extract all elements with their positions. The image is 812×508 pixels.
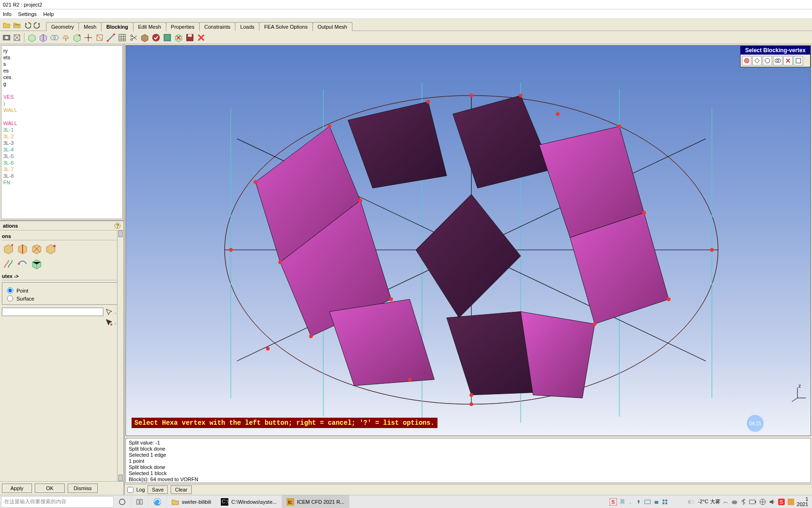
ime-tools-icon[interactable]: [662, 499, 668, 505]
open2-icon[interactable]: [12, 20, 22, 30]
selection-floater[interactable]: Select Blocking-vertex: [740, 46, 811, 67]
reset-assoc-icon[interactable]: [16, 257, 29, 270]
move-vertex-icon[interactable]: [83, 32, 94, 43]
tree-item[interactable]: 3L-7: [2, 166, 121, 173]
ime-skin-icon[interactable]: [654, 499, 659, 505]
menu-info[interactable]: Info: [3, 11, 11, 17]
assoc-vertex-icon[interactable]: [2, 242, 15, 255]
pick-vertex-icon[interactable]: [105, 308, 113, 316]
save-log-button[interactable]: Save: [148, 485, 168, 494]
tree-item[interactable]: 3L-6: [2, 159, 121, 166]
tree-item[interactable]: [2, 87, 121, 94]
ok-button[interactable]: OK: [35, 484, 65, 493]
tree-item[interactable]: 3L-2: [2, 133, 121, 140]
open-icon[interactable]: [2, 20, 11, 30]
tray-network-icon[interactable]: [759, 499, 766, 505]
check-icon[interactable]: [151, 32, 161, 43]
cortana-icon[interactable]: [114, 495, 131, 508]
ops-scrollbar[interactable]: [117, 230, 124, 481]
tree-item[interactable]: s: [2, 61, 121, 67]
tree-item[interactable]: 3L-5: [2, 153, 121, 159]
assoc-edge-icon[interactable]: [16, 242, 29, 255]
message-console[interactable]: Split value: -1Split block doneSelected …: [125, 438, 811, 483]
tree-item[interactable]: g: [2, 80, 121, 87]
ime-label[interactable]: 英: [620, 498, 625, 505]
tab-constraints[interactable]: Constraints: [199, 22, 236, 31]
snapshot-icon[interactable]: [2, 33, 11, 42]
save-block-icon[interactable]: [185, 32, 195, 43]
tree-item[interactable]: VES: [2, 94, 121, 100]
tree-item[interactable]: [2, 113, 121, 120]
tray-chevron-icon[interactable]: ︿: [723, 498, 728, 505]
select-single-icon[interactable]: [742, 56, 751, 65]
tree-item[interactable]: ces: [2, 74, 121, 80]
clock[interactable]: 1 2021: [797, 497, 808, 507]
merge-icon[interactable]: [49, 32, 60, 43]
menu-help[interactable]: Help: [43, 11, 54, 17]
wireframe-icon[interactable]: [12, 33, 22, 42]
select-box-icon[interactable]: [794, 56, 803, 65]
undo-icon[interactable]: [23, 20, 32, 30]
radio-surface[interactable]: [7, 295, 13, 302]
tree-item[interactable]: 3L-8: [2, 173, 121, 179]
tab-properties[interactable]: Properties: [166, 22, 200, 31]
tab-fea[interactable]: FEA Solve Options: [259, 22, 312, 31]
menu-settings[interactable]: Settings: [18, 11, 37, 17]
dismiss-button[interactable]: Dismiss: [68, 484, 98, 493]
edge-icon[interactable]: [148, 495, 167, 508]
disassoc-icon[interactable]: [44, 242, 57, 255]
taskbar-cmd[interactable]: C:\ C:\Windows\syste...: [216, 495, 282, 508]
select-cancel-icon[interactable]: [783, 56, 793, 65]
extrude-icon[interactable]: [61, 32, 71, 43]
transform-icon[interactable]: [94, 32, 105, 43]
taskbar-icem[interactable]: ic ICEM CFD 2021 R...: [282, 495, 350, 508]
apply-button[interactable]: Apply: [2, 484, 32, 493]
pick-point-icon[interactable]: [105, 318, 113, 326]
delete-block-icon[interactable]: [173, 32, 184, 43]
tray-sogou-icon[interactable]: S: [778, 499, 785, 505]
help-icon[interactable]: ?: [114, 222, 121, 229]
weather-text[interactable]: -2°C 大雾: [698, 498, 720, 505]
viewport-3d[interactable]: Select Hexa vertex with the left button;…: [125, 45, 811, 436]
weather-icon[interactable]: [687, 498, 695, 506]
assoc-face-icon[interactable]: [30, 242, 43, 255]
cancel-icon[interactable]: [196, 32, 206, 43]
tab-output[interactable]: Output Mesh: [312, 22, 352, 31]
log-checkbox[interactable]: [127, 487, 133, 493]
tray-onedrive-icon[interactable]: [731, 499, 738, 505]
tab-editmesh[interactable]: Edit Mesh: [133, 22, 166, 31]
vertex-input[interactable]: [2, 308, 103, 316]
tray-volume-icon[interactable]: [769, 499, 775, 505]
ime-mic-icon[interactable]: [636, 499, 641, 505]
tray-ime2-icon[interactable]: [788, 499, 794, 505]
tree-item[interactable]: FN: [2, 179, 121, 186]
update-assoc-icon[interactable]: [2, 257, 15, 270]
taskview-icon[interactable]: [131, 495, 148, 508]
taskbar-explorer[interactable]: swirler-bilibili: [167, 495, 216, 508]
scissors-icon[interactable]: [128, 32, 139, 43]
tree-item[interactable]: 3L-4: [2, 146, 121, 153]
clear-log-button[interactable]: Clear: [171, 485, 191, 494]
select-flood-icon[interactable]: [773, 56, 782, 65]
tree-item[interactable]: ets: [2, 54, 121, 61]
block-cube-icon[interactable]: [140, 32, 150, 43]
radio-surface-row[interactable]: Surface: [4, 294, 119, 302]
split-block-icon[interactable]: [38, 32, 48, 43]
tray-battery-icon[interactable]: [749, 500, 757, 504]
tab-blocking[interactable]: Blocking: [101, 22, 133, 32]
tree-item[interactable]: 3L-1: [2, 127, 121, 133]
select-circle-icon[interactable]: [763, 56, 772, 65]
create-block-icon[interactable]: [27, 32, 37, 43]
quality-icon[interactable]: [162, 32, 172, 43]
redo-icon[interactable]: [33, 20, 42, 30]
tab-mesh[interactable]: Mesh: [78, 22, 102, 31]
model-tree[interactable]: ryetssescesg VES)WALL WALL3L-13L-23L-33L…: [1, 45, 123, 219]
tab-geometry[interactable]: Geometry: [46, 22, 79, 31]
premesh-icon[interactable]: [117, 32, 127, 43]
tree-item[interactable]: WALL: [2, 107, 121, 113]
tree-item[interactable]: ): [2, 100, 121, 107]
associate-icon[interactable]: [72, 32, 82, 43]
snap-icon[interactable]: [30, 257, 43, 270]
tab-loads[interactable]: Loads: [235, 22, 259, 31]
radio-point-row[interactable]: Point: [4, 286, 119, 294]
